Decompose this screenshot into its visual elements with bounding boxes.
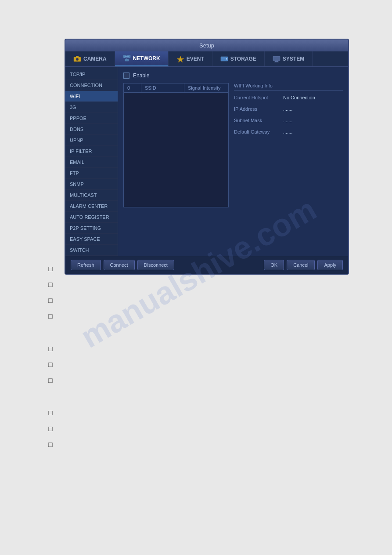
wifi-settings-panel: Enable 0 SSID Signal Intensity WIFI Work… [118,67,348,256]
content-area: TCP/IP CONNECTION WIFI 3G PPPOE DDNS UPN… [65,67,348,256]
ip-address-label: IP Address [234,106,278,112]
setup-title: Setup [65,40,348,51]
svg-rect-5 [125,59,129,61]
svg-marker-10 [177,56,184,62]
bullet-text [59,424,356,434]
network-icon [123,55,131,62]
svg-rect-14 [273,56,280,61]
list-item: □ [48,408,356,418]
sidebar-item-wifi[interactable]: WIFI [65,91,118,102]
col-signal-header: Signal Intensity [184,83,228,92]
enable-checkbox[interactable] [123,73,129,79]
default-gateway-value: ....... [283,129,292,134]
bullet-text [59,264,356,274]
list-item: □ [48,295,356,306]
tab-event[interactable]: EVENT [169,51,212,66]
svg-rect-2 [76,56,79,57]
sidebar-item-pppoe[interactable]: PPPOE [65,113,118,124]
list-item: □ [48,264,356,274]
bullet-symbol: □ [48,375,55,386]
subnet-mask-value: ....... [283,118,292,123]
subnet-mask-label: Subnet Mask [234,118,278,123]
sidebar-item-multicast[interactable]: MULTICAST [65,190,118,201]
bullet-text [59,311,356,322]
sidebar-item-connection[interactable]: CONNECTION [65,80,118,91]
event-icon [176,55,184,62]
storage-icon [220,55,228,62]
bullet-text [59,344,356,354]
sidebar-item-ddns[interactable]: DDNS [65,124,118,135]
wifi-table-body [124,93,228,207]
bullet-text [59,439,356,450]
sidebar-item-email[interactable]: EMAIL [65,157,118,168]
svg-point-1 [76,58,79,61]
enable-row: Enable [123,73,343,79]
sidebar-item-autoregister[interactable]: AUTO REGISTER [65,212,118,223]
bullet-section-2: □ □ □ [48,344,356,386]
sidebar-item-switch[interactable]: SWITCH [65,245,118,256]
list-item: □ [48,375,356,386]
bullet-symbol: □ [48,359,55,370]
tab-camera-label: CAMERA [83,56,107,62]
tab-system[interactable]: SYSTEM [265,51,313,66]
wifi-table: 0 SSID Signal Intensity [123,83,229,207]
tab-network-label: NETWORK [133,55,160,62]
bullet-text [59,375,356,386]
current-hotspot-row: Current Hotspot No Connection [234,95,343,100]
camera-icon [73,55,81,62]
sidebar-item-ftp[interactable]: FTP [65,168,118,179]
subnet-mask-row: Subnet Mask ....... [234,118,343,123]
list-item: □ [48,424,356,434]
sidebar-item-ipfilter[interactable]: IP FILTER [65,146,118,157]
tab-system-label: SYSTEM [283,56,304,62]
bullet-text [59,359,356,370]
sidebar-item-p2psetting[interactable]: P2P SETTING [65,223,118,234]
list-item: □ [48,344,356,354]
wifi-working-info: WIFI Working Info Current Hotspot No Con… [234,83,343,207]
bullet-symbol: □ [48,344,55,354]
bullet-symbol: □ [48,408,55,418]
col-ssid-header: SSID [141,83,184,92]
tab-storage-label: STORAGE [230,56,256,62]
sidebar-item-tcpip[interactable]: TCP/IP [65,69,118,80]
svg-point-12 [226,58,227,60]
bullet-symbol: □ [48,424,55,434]
bullet-symbol: □ [48,264,55,274]
bullet-symbol: □ [48,295,55,306]
list-item: □ [48,311,356,322]
sidebar-item-snmp[interactable]: SNMP [65,179,118,190]
default-gateway-label: Default Gateway [234,129,278,134]
enable-label: Enable [133,73,149,79]
ip-address-row: IP Address ....... [234,106,343,112]
tab-event-label: EVENT [187,56,204,62]
bullet-section-1: □ □ □ □ [48,264,356,322]
tab-camera[interactable]: CAMERA [65,51,115,66]
wifi-working-info-title: WIFI Working Info [234,83,343,91]
sidebar-item-easyspace[interactable]: EASY SPACE [65,234,118,245]
ip-address-value: ....... [283,106,292,112]
list-item: □ [48,439,356,450]
sidebar: TCP/IP CONNECTION WIFI 3G PPPOE DDNS UPN… [65,67,118,256]
list-item: □ [48,359,356,370]
list-item: □ [48,279,356,290]
bullet-section-3: □ □ □ [48,408,356,450]
current-hotspot-value: No Connection [283,95,315,100]
sidebar-item-alarmcenter[interactable]: ALARM CENTER [65,201,118,212]
wifi-panels: 0 SSID Signal Intensity WIFI Working Inf… [123,83,343,207]
default-gateway-row: Default Gateway ....... [234,129,343,134]
bullet-text [59,279,356,290]
bullet-symbol: □ [48,311,55,322]
page-content: □ □ □ □ □ □ □ □ [48,264,356,459]
bullet-text [59,295,356,306]
tab-bar: CAMERA NETWORK E [65,51,348,67]
bullet-symbol: □ [48,439,55,450]
system-icon [273,55,281,62]
tab-storage[interactable]: STORAGE [212,51,265,66]
setup-dialog: Setup CAMERA [65,39,349,275]
wifi-table-header: 0 SSID Signal Intensity [124,83,228,93]
tab-network[interactable]: NETWORK [115,51,169,66]
bullet-text [59,408,356,418]
current-hotspot-label: Current Hotspot [234,95,278,100]
sidebar-item-upnp[interactable]: UPNP [65,135,118,146]
sidebar-item-3g[interactable]: 3G [65,102,118,113]
